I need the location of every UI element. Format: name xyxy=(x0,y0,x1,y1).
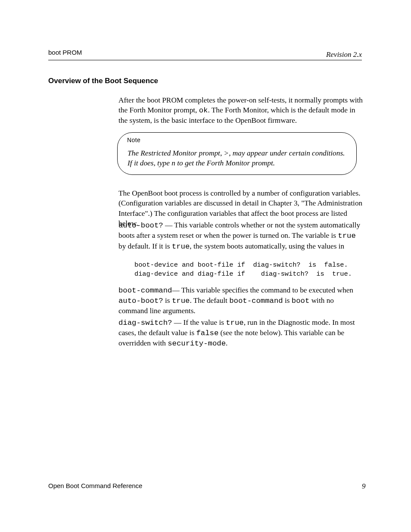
note-heading: Note xyxy=(127,137,140,143)
p4-code-bootcommand2: boot-command xyxy=(229,297,283,305)
p4-code-autoboot: auto-boot? xyxy=(118,297,163,305)
paragraph-bootcommand: boot-command— This variable specifies th… xyxy=(118,285,363,316)
paragraph-diagswitch: diag-switch? — If the value is true, run… xyxy=(118,317,363,348)
p4-text-b: — This variable specifies the command to… xyxy=(172,286,353,294)
p4-text-f: . The default xyxy=(190,296,229,305)
p4-code-boot: boot xyxy=(292,297,309,305)
code-block: boot-device and boot-file if diag-switch… xyxy=(134,261,352,279)
section-title: Overview of the Boot Sequence xyxy=(48,77,158,85)
header-right: Revision 2.x xyxy=(297,50,362,59)
footer-page-number: 9 xyxy=(362,482,375,491)
footer-left: Open Boot Command Reference xyxy=(48,482,142,489)
p1-code-ok: ok xyxy=(199,106,208,115)
p4-code-bootcommand: boot-command xyxy=(118,286,172,295)
p4-text-d: is xyxy=(163,296,172,305)
p4-text-h: is xyxy=(283,296,292,305)
header-rule xyxy=(48,60,362,60)
header-left: boot PROM xyxy=(48,49,82,56)
p5-code-true: true xyxy=(226,319,243,327)
paragraph-intro: After the boot PROM completes the power-… xyxy=(118,95,363,125)
p5-text-b: — If the value is xyxy=(172,318,226,327)
p3-code-true2: true xyxy=(172,243,190,251)
p3-text-d: by default. If it is xyxy=(118,242,172,250)
code-line-1: boot-device and boot-file if diag-switch… xyxy=(134,261,348,269)
p5-text-h: . xyxy=(226,339,227,347)
p5-code-securitymode: security-mode xyxy=(168,339,226,348)
p3-text-f: , the system boots automatically, using … xyxy=(190,242,344,250)
p3-code-true1: true xyxy=(338,232,355,240)
code-line-2: diag-device and diag-file if diag-switch… xyxy=(134,270,352,278)
p4-code-true: true xyxy=(172,297,190,305)
p3-code-autoboot: auto-boot? xyxy=(118,221,163,230)
p5-code-false: false xyxy=(196,329,218,337)
note-body: The Restricted Monitor prompt, >, may ap… xyxy=(128,148,347,168)
p5-code-diagswitch: diag-switch? xyxy=(118,319,172,327)
paragraph-autoboot: auto-boot? — This variable controls whet… xyxy=(118,220,363,252)
